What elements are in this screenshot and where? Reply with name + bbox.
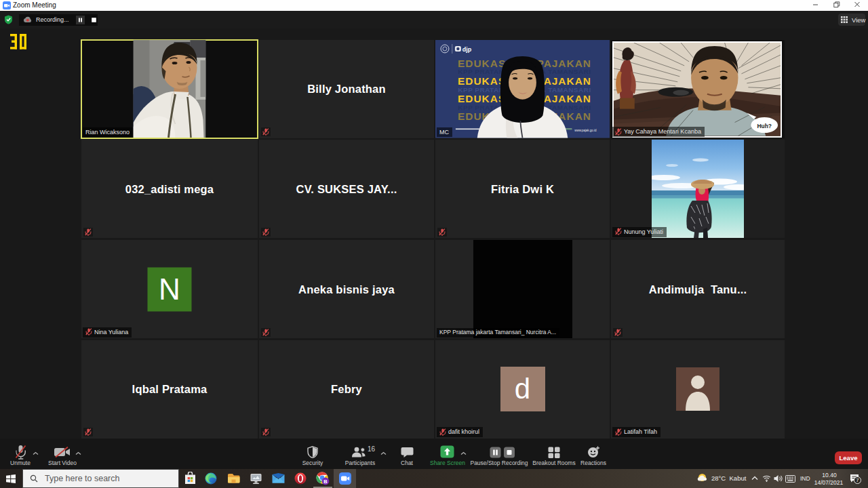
svg-text:www.pajak.go.id: www.pajak.go.id [574,129,597,132]
svg-text:B: B [323,479,328,485]
svg-text:Huh?: Huh? [757,123,772,129]
svg-text:djp: djp [462,46,472,53]
